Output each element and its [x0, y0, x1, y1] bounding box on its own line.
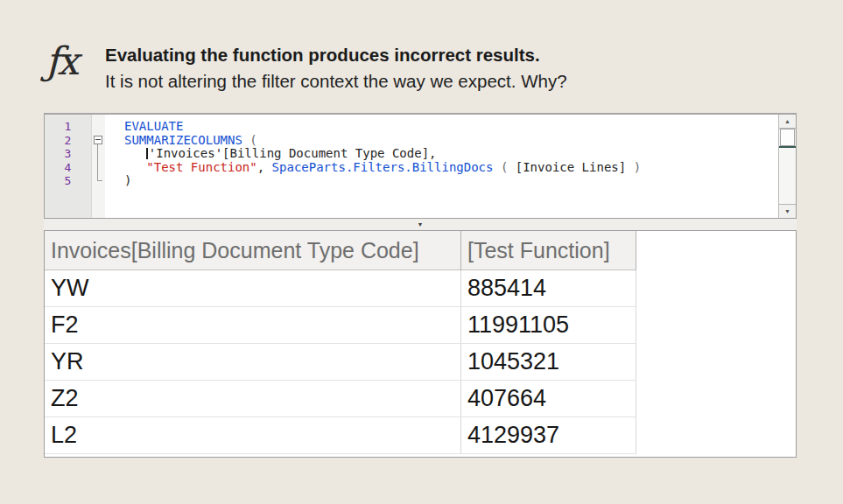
indent-token [124, 146, 146, 160]
code-line-1: EVALUATE [124, 120, 778, 134]
column-header-empty[interactable] [636, 231, 796, 270]
headline-bold: Evaluating the function produces incorre… [105, 45, 540, 66]
punctuation-token: ( [242, 133, 257, 147]
punctuation-token: , [257, 160, 272, 174]
cell-empty [636, 270, 796, 307]
function-name-token: SpaceParts.Filters.BillingDocs [272, 160, 494, 174]
down-arrow-icon: ▼ [784, 208, 790, 214]
dax-query-editor: 1 2 3 4 5 EVALUATE SUMMARIZECOLUMNS ( 'I… [44, 113, 797, 219]
results-header-row: Invoices[Billing Document Type Code] [Te… [45, 231, 796, 270]
indent-token [124, 160, 146, 174]
line-number: 3 [45, 147, 91, 161]
column-reference-token: 'Invoices'[Billing Document Type Code], [149, 146, 437, 160]
scrollbar-position-marker [779, 146, 796, 148]
line-number: 1 [45, 120, 91, 134]
table-row[interactable]: YW 885414 [45, 270, 796, 307]
code-line-2: SUMMARIZECOLUMNS ( [124, 134, 778, 148]
measure-reference-token: [Invoice Lines] [516, 160, 626, 174]
code-text-area[interactable]: EVALUATE SUMMARIZECOLUMNS ( 'Invoices'[B… [105, 115, 778, 218]
scroll-down-button[interactable]: ▼ [779, 204, 796, 218]
cell-doc-type-code: YR [45, 344, 461, 381]
headline-subtitle: It is not altering the filter context th… [105, 71, 567, 92]
line-number: 5 [45, 174, 91, 188]
minus-glyph [95, 139, 101, 140]
table-row[interactable]: Z2 407664 [45, 381, 796, 417]
cell-empty [636, 417, 796, 454]
scroll-up-button[interactable]: ▲ [779, 115, 796, 129]
fold-guide-corner [97, 180, 102, 181]
cell-doc-type-code: F2 [45, 307, 461, 344]
code-line-4: "Test Function", SpaceParts.Filters.Bill… [124, 161, 778, 175]
punctuation-token: ) [626, 160, 641, 174]
line-number-gutter: 1 2 3 4 5 [45, 115, 92, 218]
keyword-token: EVALUATE [124, 119, 183, 133]
editor-vertical-scrollbar[interactable]: ▲ ▼ [778, 115, 796, 218]
line-number: 4 [45, 161, 91, 175]
punctuation-token: ) [124, 173, 131, 187]
table-row[interactable]: F2 11991105 [45, 307, 796, 344]
pane-splitter[interactable]: ▼ [44, 219, 797, 230]
column-header-billing-doc-type[interactable]: Invoices[Billing Document Type Code] [45, 231, 461, 270]
string-token: "Test Function" [146, 160, 256, 174]
table-row[interactable]: L2 4129937 [45, 417, 796, 454]
fx-function-icon: ƒx [46, 33, 98, 89]
cell-doc-type-code: Z2 [45, 381, 461, 417]
cell-test-function-value: 885414 [461, 270, 636, 307]
column-header-test-function[interactable]: [Test Function] [461, 231, 636, 270]
keyword-token: SUMMARIZECOLUMNS [124, 133, 242, 147]
scrollbar-thumb[interactable] [780, 129, 795, 146]
cell-empty [636, 381, 796, 417]
code-line-3: 'Invoices'[Billing Document Type Code], [124, 147, 778, 161]
query-results-grid: Invoices[Billing Document Type Code] [Te… [44, 230, 797, 458]
line-number: 2 [45, 134, 91, 148]
cell-test-function-value: 4129937 [461, 417, 636, 454]
splitter-collapse-icon[interactable]: ▼ [418, 219, 424, 230]
slide-canvas: ƒx Evaluating the function produces inco… [0, 0, 843, 504]
cell-doc-type-code: YW [45, 270, 461, 307]
cell-test-function-value: 11991105 [461, 307, 636, 344]
text-cursor [146, 148, 148, 159]
up-arrow-icon: ▲ [784, 118, 790, 124]
cell-doc-type-code: L2 [45, 417, 461, 454]
cell-test-function-value: 1045321 [461, 344, 636, 381]
cell-empty [636, 344, 796, 381]
code-folding-margin [92, 115, 105, 218]
table-row[interactable]: YR 1045321 [45, 344, 796, 381]
code-line-5: ) [124, 174, 778, 188]
cell-empty [636, 307, 796, 344]
cell-test-function-value: 407664 [461, 381, 636, 417]
punctuation-token: ( [493, 160, 515, 174]
fold-guide-line [97, 144, 98, 180]
fold-collapse-icon[interactable] [94, 136, 102, 144]
